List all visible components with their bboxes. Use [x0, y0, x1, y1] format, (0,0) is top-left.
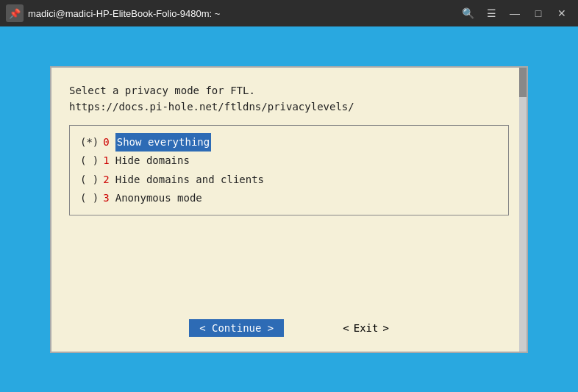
dialog-scrollbar[interactable]	[519, 68, 527, 352]
menu-button[interactable]: ☰	[481, 4, 502, 22]
radio-label-0: Show everything	[115, 133, 211, 152]
radio-marker-0: (*)	[80, 133, 99, 152]
maximize-button[interactable]: □	[528, 4, 549, 22]
radio-label-2: Hide domains and clients	[115, 171, 264, 189]
radio-options-box: (*) 0 Show everything ( ) 1 Hide domains…	[69, 125, 509, 215]
radio-number-1: 1	[103, 152, 109, 170]
continue-button[interactable]: < Continue >	[189, 319, 284, 337]
dialog-description: Select a privacy mode for FTL. https://d…	[69, 82, 509, 115]
radio-option-1[interactable]: ( ) 1 Hide domains	[80, 152, 498, 170]
exit-label: Exit	[354, 322, 379, 334]
window-controls: 🔍 ☰ — □ ✕	[457, 4, 572, 22]
dialog-line2: https://docs.pi-hole.net/ftldns/privacyl…	[69, 101, 354, 113]
radio-marker-2: ( )	[80, 171, 99, 189]
radio-label-3: Anonymous mode	[115, 189, 202, 207]
exit-button-group[interactable]: < Exit >	[343, 322, 389, 334]
exit-left-arrow: <	[343, 322, 349, 334]
scrollbar-thumb	[519, 68, 527, 97]
titlebar: 📌 madici@madici-HP-EliteBook-Folio-9480m…	[0, 0, 578, 26]
titlebar-left: 📌 madici@madici-HP-EliteBook-Folio-9480m…	[6, 4, 220, 22]
radio-marker-1: ( )	[80, 152, 99, 170]
radio-option-2[interactable]: ( ) 2 Hide domains and clients	[80, 171, 498, 189]
terminal-icon: 📌	[6, 4, 24, 22]
radio-marker-3: ( )	[80, 189, 99, 207]
privacy-mode-dialog: Select a privacy mode for FTL. https://d…	[50, 66, 528, 353]
window-title: madici@madici-HP-EliteBook-Folio-9480m: …	[28, 8, 220, 19]
radio-number-2: 2	[103, 171, 109, 189]
exit-right-arrow: >	[382, 322, 388, 334]
minimize-button[interactable]: —	[504, 4, 525, 22]
terminal-background: Select a privacy mode for FTL. https://d…	[0, 26, 578, 392]
radio-label-1: Hide domains	[115, 152, 190, 170]
dialog-buttons: < Continue > < Exit >	[69, 319, 509, 337]
radio-number-3: 3	[103, 189, 109, 207]
radio-option-0[interactable]: (*) 0 Show everything	[80, 133, 498, 152]
search-button[interactable]: 🔍	[457, 4, 478, 22]
dialog-line1: Select a privacy mode for FTL.	[69, 85, 255, 96]
close-button[interactable]: ✕	[552, 4, 572, 22]
radio-option-3[interactable]: ( ) 3 Anonymous mode	[80, 189, 498, 207]
radio-number-0: 0	[103, 133, 109, 152]
